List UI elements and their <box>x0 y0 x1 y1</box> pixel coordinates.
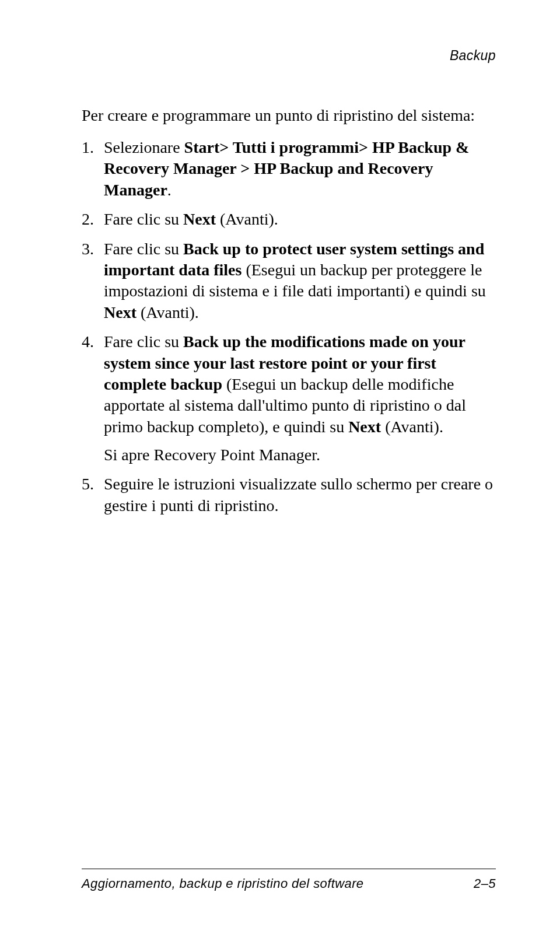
step4-pre: Fare clic su <box>104 332 183 351</box>
step4-bold2: Next <box>348 418 381 436</box>
step1-pre: Selezionare <box>104 138 184 156</box>
step3-bold2: Next <box>104 303 136 321</box>
step2-pre: Fare clic su <box>104 210 183 228</box>
step-5: Seguire le istruzioni visualizzate sullo… <box>82 474 496 516</box>
running-header: Backup <box>450 48 496 64</box>
step-4: Fare clic su Back up the modifications m… <box>82 331 496 466</box>
step3-post: (Avanti). <box>136 303 199 321</box>
step2-post: (Avanti). <box>216 210 278 228</box>
step5-text: Seguire le istruzioni visualizzate sullo… <box>104 475 493 514</box>
step-3: Fare clic su Back up to protect user sys… <box>82 239 496 324</box>
step2-bold: Next <box>183 210 216 228</box>
step3-pre: Fare clic su <box>104 240 183 258</box>
footer-left: Aggiornamento, backup e ripristino del s… <box>82 876 364 891</box>
step1-post: . <box>167 181 172 199</box>
steps-list: Selezionare Start> Tutti i programmi> HP… <box>82 137 496 516</box>
step-2: Fare clic su Next (Avanti). <box>82 209 496 230</box>
page-footer: Aggiornamento, backup e ripristino del s… <box>82 869 496 891</box>
footer-right: 2–5 <box>474 876 496 891</box>
step4-post: (Avanti). <box>381 418 443 436</box>
step4-sub: Si apre Recovery Point Manager. <box>104 444 496 466</box>
main-content: Per creare e programmare un punto di rip… <box>82 105 496 516</box>
intro-text: Per creare e programmare un punto di rip… <box>82 105 496 125</box>
step-1: Selezionare Start> Tutti i programmi> HP… <box>82 137 496 201</box>
